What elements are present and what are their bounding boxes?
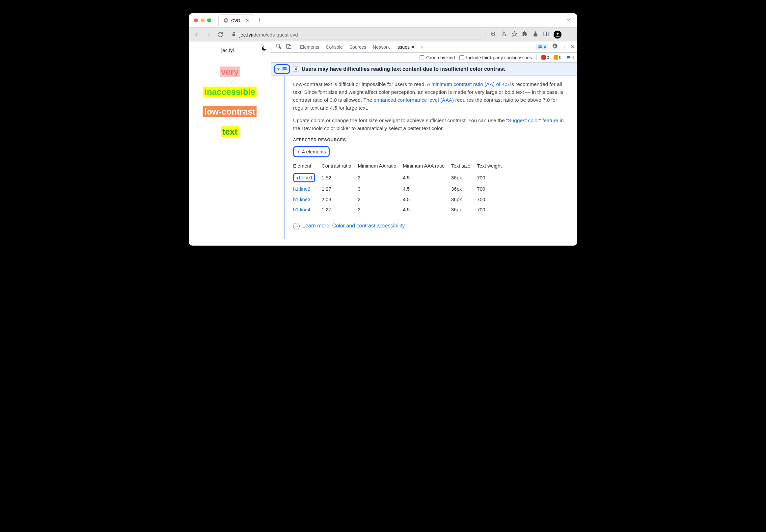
issue-title: Users may have difficulties reading text…: [302, 66, 505, 72]
table-row: h1.line1 1.52 3 4.5 36px 700: [293, 172, 508, 184]
col-element: Element: [293, 161, 322, 172]
col-text-size: Text size: [451, 161, 477, 172]
issue-thread-line: [284, 76, 285, 239]
tab-sources[interactable]: Sources: [346, 44, 369, 50]
tab-console[interactable]: Console: [322, 44, 346, 50]
arrow-right-icon: →: [293, 223, 300, 229]
col-min-aa: Minimum AA ratio: [358, 161, 403, 172]
close-tab-icon[interactable]: ✕: [245, 18, 249, 23]
issue-header-row[interactable]: ▼ 4 Users may have difficulties reading …: [271, 63, 577, 76]
browser-tab[interactable]: CVD ✕: [218, 14, 254, 26]
tab-issues[interactable]: Issues ✕: [393, 44, 418, 50]
close-devtools-button[interactable]: ✕: [570, 44, 575, 50]
issues-toolbar: Group by kind Include third-party cookie…: [271, 53, 577, 63]
devtools-panel: Elements Console Sources Network Issues …: [271, 41, 577, 246]
issue-paragraph-1: Low-contrast text is difficult or imposs…: [293, 80, 571, 112]
svg-rect-15: [283, 68, 286, 68]
third-party-checkbox[interactable]: Include third-party cookie issues: [460, 55, 532, 60]
tab-network[interactable]: Network: [369, 44, 393, 50]
extensions-icon[interactable]: [522, 31, 528, 38]
sidepanel-icon[interactable]: [543, 31, 549, 38]
link-aaa-level[interactable]: enhanced conformance level (AAA): [373, 97, 454, 103]
svg-rect-7: [544, 32, 548, 36]
highlighted-issue-icon: ▼: [274, 64, 290, 74]
col-min-aaa: Minimum AAA ratio: [403, 161, 451, 172]
tabs-menu-icon[interactable]: [566, 17, 571, 24]
info-counter: 4: [566, 55, 574, 60]
affected-resources-label: AFFECTED RESOURCES: [293, 137, 571, 143]
minimize-window-icon[interactable]: [200, 18, 204, 22]
element-link[interactable]: h1.line2: [293, 186, 310, 192]
issue-count-badge: 4: [293, 67, 299, 72]
site-label: jec.fyi: [220, 47, 234, 53]
tab-title: CVD: [231, 18, 240, 23]
address-bar[interactable]: jec.fyi/demo/cds-quest-cvd: [227, 30, 486, 40]
settings-icon[interactable]: [551, 43, 558, 51]
devtools-tabbar: Elements Console Sources Network Issues …: [271, 41, 577, 53]
svg-rect-16: [283, 69, 285, 69]
separator: [295, 44, 295, 50]
device-toggle-icon[interactable]: [284, 41, 294, 52]
close-tab-x[interactable]: ✕: [411, 44, 415, 50]
highlighted-element-link: h1.line1: [293, 173, 315, 182]
element-link[interactable]: h1.line1: [295, 175, 313, 180]
traffic-lights: [189, 18, 211, 22]
browser-window: CVD ✕ + jec.fyi/demo/cds-quest-cvd ⋮: [189, 13, 577, 246]
reload-button[interactable]: [216, 30, 225, 39]
svg-line-3: [494, 35, 496, 36]
url-path: /demo/cds-quest-cvd: [252, 32, 298, 38]
issue-paragraph-2: Update colors or change the font size or…: [293, 117, 571, 132]
link-min-contrast[interactable]: minimum contrast ratio (AA) of 4.5: [432, 81, 509, 87]
issue-body: Low-contrast text is difficult or imposs…: [271, 76, 577, 239]
svg-point-9: [557, 33, 559, 35]
table-row: h1.line4 1.27 3 4.5 36px 700: [293, 204, 508, 215]
dark-mode-toggle[interactable]: [261, 45, 267, 53]
forward-button[interactable]: [204, 30, 213, 39]
inspect-icon[interactable]: [274, 41, 284, 52]
sample-text: text: [221, 126, 239, 137]
titlebar: CVD ✕ +: [189, 13, 577, 28]
share-icon[interactable]: [501, 31, 507, 38]
elements-toggle[interactable]: ▼ 4 elements: [293, 146, 330, 157]
browser-menu-icon[interactable]: ⋮: [566, 31, 572, 38]
svg-rect-12: [289, 46, 291, 48]
maximize-window-icon[interactable]: [207, 18, 211, 22]
rendered-page: jec.fyi very inaccessible low-contrast t…: [189, 41, 271, 246]
disclosure-triangle-icon: ▼: [297, 149, 300, 154]
toolbar-icons: ⋮: [489, 31, 574, 39]
issues-badge[interactable]: 4: [536, 44, 548, 50]
warning-counter: 0: [554, 55, 562, 60]
col-contrast-ratio: Contrast ratio: [322, 161, 358, 172]
table-row: h1.line3 2.03 3 4.5 36px 700: [293, 194, 508, 204]
lock-icon: [231, 32, 236, 38]
toolbar: jec.fyi/demo/cds-quest-cvd ⋮: [189, 28, 577, 41]
group-by-kind-checkbox[interactable]: Group by kind: [420, 55, 455, 60]
learn-more-link[interactable]: Learn more: Color and contrast accessibi…: [302, 222, 405, 230]
sample-very: very: [220, 67, 240, 77]
element-link[interactable]: h1.line3: [293, 197, 310, 202]
col-text-weight: Text weight: [477, 161, 508, 172]
svg-rect-13: [539, 46, 541, 46]
url-host: jec.fyi: [239, 32, 252, 38]
more-tabs-icon[interactable]: »: [418, 44, 426, 50]
disclosure-triangle-icon[interactable]: ▼: [277, 67, 280, 71]
link-suggest-color[interactable]: "Suggest color" feature: [506, 118, 558, 123]
learn-more-row: → Learn more: Color and contrast accessi…: [293, 222, 571, 230]
sample-low-contrast: low-contrast: [203, 106, 257, 117]
svg-marker-6: [512, 32, 517, 36]
favicon-icon: [223, 18, 228, 23]
zoom-icon[interactable]: [490, 31, 496, 38]
devtools-menu-icon[interactable]: ⋮: [561, 43, 567, 51]
element-link[interactable]: h1.line4: [293, 207, 310, 212]
new-tab-button[interactable]: +: [257, 17, 261, 24]
close-window-icon[interactable]: [194, 18, 198, 22]
profile-avatar[interactable]: [554, 31, 562, 39]
sample-inaccessible: inaccessible: [203, 87, 257, 97]
message-icon: [281, 66, 287, 72]
bookmark-icon[interactable]: [512, 31, 517, 38]
back-button[interactable]: [192, 30, 201, 39]
tab-elements[interactable]: Elements: [297, 44, 322, 50]
table-row: h1.line2 1.27 3 4.5 36px 700: [293, 184, 508, 194]
svg-rect-14: [539, 47, 541, 47]
labs-icon[interactable]: [533, 31, 539, 38]
